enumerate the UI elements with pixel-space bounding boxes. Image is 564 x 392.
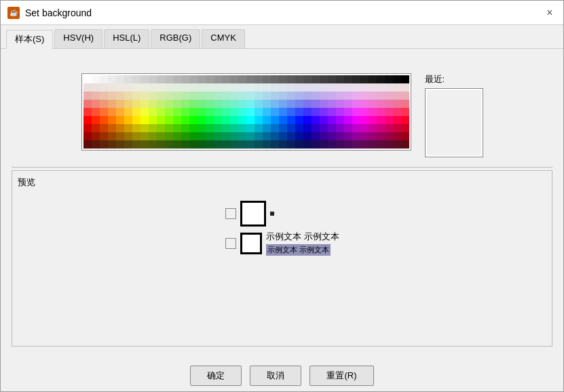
color-cell[interactable] — [108, 92, 116, 100]
color-cell[interactable] — [312, 108, 320, 116]
color-cell[interactable] — [230, 100, 238, 108]
color-cell[interactable] — [385, 124, 393, 132]
color-cell[interactable] — [157, 100, 165, 108]
color-cell[interactable] — [377, 132, 385, 140]
color-cell[interactable] — [222, 124, 230, 132]
color-cell[interactable] — [116, 75, 124, 83]
color-cell[interactable] — [344, 116, 352, 124]
confirm-button[interactable]: 确定 — [190, 366, 242, 386]
recent-cell[interactable] — [459, 101, 470, 112]
color-cell[interactable] — [116, 108, 124, 116]
color-cell[interactable] — [263, 124, 271, 132]
color-cell[interactable] — [344, 140, 352, 149]
color-cell[interactable] — [336, 108, 344, 116]
color-cell[interactable] — [222, 92, 230, 100]
color-cell[interactable] — [263, 132, 271, 140]
color-cell[interactable] — [303, 124, 312, 132]
color-cell[interactable] — [92, 75, 100, 83]
recent-cell[interactable] — [427, 112, 438, 123]
color-cell[interactable] — [238, 83, 246, 92]
color-cell[interactable] — [377, 124, 385, 132]
color-cell[interactable] — [132, 108, 140, 116]
color-cell[interactable] — [401, 108, 409, 116]
color-cell[interactable] — [83, 83, 92, 92]
color-cell[interactable] — [344, 83, 352, 92]
color-cell[interactable] — [124, 140, 132, 149]
color-cell[interactable] — [263, 108, 271, 116]
color-cell[interactable] — [385, 116, 393, 124]
color-cell[interactable] — [149, 100, 157, 108]
color-cell[interactable] — [401, 140, 409, 149]
color-cell[interactable] — [320, 132, 328, 140]
color-cell[interactable] — [173, 83, 181, 92]
color-cell[interactable] — [369, 75, 377, 83]
color-cell[interactable] — [303, 108, 312, 116]
color-cell[interactable] — [360, 132, 369, 140]
color-cell[interactable] — [246, 116, 255, 124]
color-cell[interactable] — [287, 132, 295, 140]
color-cell[interactable] — [124, 124, 132, 132]
color-cell[interactable] — [140, 100, 149, 108]
color-cell[interactable] — [181, 100, 189, 108]
color-cell[interactable] — [271, 100, 279, 108]
color-cell[interactable] — [279, 140, 287, 149]
color-cell[interactable] — [222, 132, 230, 140]
color-cell[interactable] — [320, 75, 328, 83]
tab-cmyk[interactable]: CMYK — [202, 29, 245, 48]
color-cell[interactable] — [328, 83, 336, 92]
color-cell[interactable] — [198, 140, 206, 149]
color-cell[interactable] — [360, 140, 369, 149]
color-cell[interactable] — [100, 108, 108, 116]
recent-cell[interactable] — [449, 90, 459, 101]
color-cell[interactable] — [222, 116, 230, 124]
color-cell[interactable] — [189, 140, 198, 149]
color-cell[interactable] — [198, 132, 206, 140]
color-cell[interactable] — [100, 124, 108, 132]
color-cell[interactable] — [92, 132, 100, 140]
color-cell[interactable] — [124, 75, 132, 83]
color-cell[interactable] — [189, 100, 198, 108]
color-cell[interactable] — [377, 116, 385, 124]
recent-cell[interactable] — [459, 144, 470, 155]
color-cell[interactable] — [279, 124, 287, 132]
color-cell[interactable] — [173, 124, 181, 132]
color-cell[interactable] — [344, 108, 352, 116]
color-palette[interactable] — [83, 75, 409, 149]
color-cell[interactable] — [157, 124, 165, 132]
color-cell[interactable] — [214, 132, 222, 140]
color-cell[interactable] — [369, 124, 377, 132]
color-cell[interactable] — [198, 124, 206, 132]
recent-cell[interactable] — [459, 134, 470, 144]
tab-hsv[interactable]: HSV(H) — [54, 29, 102, 48]
color-cell[interactable] — [238, 100, 246, 108]
recent-cell[interactable] — [470, 112, 481, 123]
recent-cell[interactable] — [470, 134, 481, 144]
color-cell[interactable] — [328, 124, 336, 132]
color-cell[interactable] — [385, 92, 393, 100]
color-cell[interactable] — [295, 83, 303, 92]
color-cell[interactable] — [189, 83, 198, 92]
color-cell[interactable] — [214, 100, 222, 108]
color-cell[interactable] — [132, 116, 140, 124]
color-cell[interactable] — [140, 92, 149, 100]
color-cell[interactable] — [369, 92, 377, 100]
color-cell[interactable] — [312, 132, 320, 140]
color-cell[interactable] — [263, 75, 271, 83]
color-cell[interactable] — [246, 108, 255, 116]
color-cell[interactable] — [189, 75, 198, 83]
color-cell[interactable] — [198, 75, 206, 83]
color-cell[interactable] — [222, 75, 230, 83]
color-cell[interactable] — [100, 140, 108, 149]
color-cell[interactable] — [303, 116, 312, 124]
color-cell[interactable] — [320, 100, 328, 108]
color-cell[interactable] — [369, 132, 377, 140]
color-cell[interactable] — [214, 140, 222, 149]
color-cell[interactable] — [189, 116, 198, 124]
color-cell[interactable] — [295, 100, 303, 108]
color-cell[interactable] — [157, 116, 165, 124]
recent-cell[interactable] — [427, 90, 438, 101]
color-cell[interactable] — [320, 83, 328, 92]
color-cell[interactable] — [83, 100, 92, 108]
color-cell[interactable] — [140, 140, 149, 149]
color-cell[interactable] — [328, 75, 336, 83]
